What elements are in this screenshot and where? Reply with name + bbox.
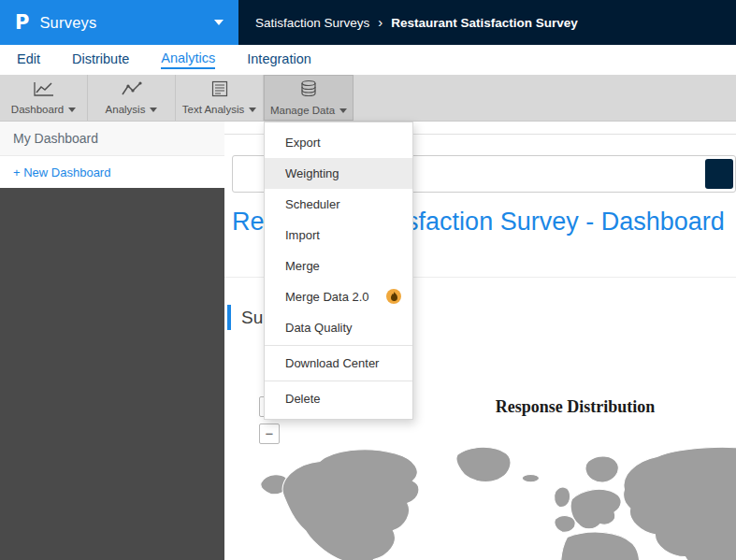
app-header: P Surveys Satisfaction Surveys › Restaur… <box>0 0 736 45</box>
new-dashboard-label: + New Dashboard <box>13 165 110 179</box>
menu-item-label: Delete <box>285 392 321 406</box>
toolbar-button-label: Dashboard <box>11 104 64 115</box>
chevron-down-icon <box>150 108 157 112</box>
database-icon <box>299 79 318 102</box>
chevron-down-icon <box>249 108 256 112</box>
dashboard-sidebar: My Dashboard + New Dashboard <box>0 122 224 560</box>
new-dashboard-link[interactable]: + New Dashboard <box>0 156 224 188</box>
new-feature-flame-icon <box>386 289 401 304</box>
questionpro-logo-icon: P <box>15 11 29 34</box>
toolbar-button-text-analysis[interactable]: Text Analysis <box>176 75 264 121</box>
menu-item-label: Download Center <box>285 356 379 370</box>
menu-item-scheduler[interactable]: Scheduler <box>265 189 412 220</box>
text-document-icon <box>210 80 229 101</box>
manage-data-menu: Export Weighting Scheduler Import Merge … <box>264 122 413 420</box>
world-map <box>248 421 736 560</box>
product-switcher[interactable]: P Surveys <box>0 0 238 45</box>
zoom-out-button[interactable]: − <box>259 424 280 444</box>
breadcrumb-current: Restaurant Satisfaction Survey <box>391 16 578 30</box>
menu-item-data-quality[interactable]: Data Quality <box>265 312 412 343</box>
toolbar-button-label: Text Analysis <box>182 104 244 115</box>
nav-item-analytics[interactable]: Analytics <box>161 50 215 69</box>
survey-nav: Edit Distribute Analytics Integration <box>0 45 736 75</box>
chevron-down-icon[interactable] <box>214 20 224 25</box>
menu-item-label: Export <box>285 136 321 150</box>
nav-item-distribute[interactable]: Distribute <box>72 51 129 68</box>
menu-item-label: Import <box>285 228 320 242</box>
menu-item-merge[interactable]: Merge <box>265 251 412 281</box>
dashboard-action-button[interactable] <box>705 159 733 189</box>
menu-item-label: Merge <box>285 259 320 273</box>
menu-item-download-center[interactable]: Download Center <box>265 348 412 379</box>
sidebar-item-label: My Dashboard <box>13 131 98 146</box>
toolbar-button-label: Analysis <box>106 104 146 115</box>
section-accent-bar <box>227 305 231 330</box>
menu-item-label: Data Quality <box>285 321 353 335</box>
nav-item-integration[interactable]: Integration <box>247 51 311 68</box>
menu-item-label: Weighting <box>285 166 339 180</box>
product-name: Surveys <box>39 14 96 32</box>
menu-separator <box>265 345 412 346</box>
nav-item-edit[interactable]: Edit <box>17 51 40 68</box>
sidebar-item-my-dashboard[interactable]: My Dashboard <box>0 122 224 156</box>
breadcrumb: Satisfaction Surveys › Restaurant Satisf… <box>238 0 736 45</box>
menu-item-label: Merge Data 2.0 <box>285 290 369 304</box>
menu-item-label: Scheduler <box>285 197 340 211</box>
menu-separator <box>265 381 412 381</box>
chevron-down-icon <box>339 108 347 113</box>
menu-item-import[interactable]: Import <box>265 220 412 251</box>
toolbar-button-dashboard[interactable]: Dashboard <box>0 75 88 121</box>
breadcrumb-parent-link[interactable]: Satisfaction Surveys <box>255 16 369 30</box>
menu-item-weighting[interactable]: Weighting <box>265 158 412 189</box>
menu-item-delete[interactable]: Delete <box>265 383 412 414</box>
menu-item-merge-data-2-0[interactable]: Merge Data 2.0 <box>265 281 412 312</box>
toolbar-button-manage-data[interactable]: Manage Data <box>264 75 354 121</box>
toolbar-button-analysis[interactable]: Analysis <box>88 75 176 121</box>
line-chart-icon <box>33 80 55 101</box>
breadcrumb-separator-icon: › <box>378 14 382 30</box>
analytics-toolbar: Dashboard Analysis Text Analysis Manage … <box>0 75 736 122</box>
chevron-down-icon <box>68 108 76 112</box>
toolbar-button-label: Manage Data <box>270 105 335 116</box>
menu-item-export[interactable]: Export <box>265 127 412 158</box>
analysis-chart-icon <box>121 80 143 101</box>
